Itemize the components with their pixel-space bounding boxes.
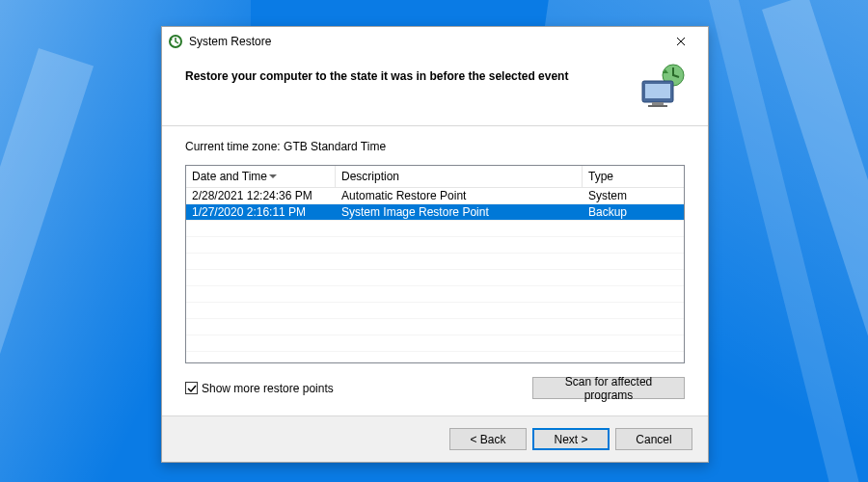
svg-rect-3 <box>645 84 670 98</box>
table-cell-date: 2/28/2021 12:24:36 PM <box>186 188 336 203</box>
wizard-heading: Restore your computer to the state it wa… <box>185 64 568 83</box>
close-button[interactable] <box>662 28 700 55</box>
column-label: Date and Time <box>192 170 267 183</box>
table-row-empty <box>186 221 684 237</box>
table-row-empty <box>186 335 684 352</box>
wizard-footer: < Back Next > Cancel <box>162 415 708 462</box>
next-button[interactable]: Next > <box>532 428 610 450</box>
table-header: Date and Time Description Type <box>186 166 684 188</box>
table-cell-type: Backup <box>583 204 679 220</box>
table-row-empty <box>186 254 684 270</box>
cancel-button[interactable]: Cancel <box>615 428 692 450</box>
table-cell-desc: System Image Restore Point <box>336 204 583 220</box>
table-cell-desc: Automatic Restore Point <box>336 188 583 203</box>
table-row[interactable]: 1/27/2020 2:16:11 PMSystem Image Restore… <box>186 204 684 221</box>
back-button[interactable]: < Back <box>449 428 527 450</box>
column-header-type[interactable]: Type <box>583 166 679 187</box>
table-row-empty <box>186 352 684 363</box>
system-restore-dialog: System Restore Restore your computer to … <box>161 26 709 463</box>
wizard-content: Current time zone: GTB Standard Time Dat… <box>162 126 708 399</box>
table-cell-type: System <box>583 188 679 203</box>
close-icon <box>676 37 686 46</box>
timezone-label: Current time zone: GTB Standard Time <box>185 140 685 153</box>
table-cell-date: 1/27/2020 2:16:11 PM <box>186 204 336 220</box>
scan-affected-button[interactable]: Scan for affected programs <box>532 377 685 399</box>
show-more-checkbox-row[interactable]: Show more restore points <box>185 382 334 395</box>
table-body: 2/28/2021 12:24:36 PMAutomatic Restore P… <box>186 188 684 363</box>
table-row-empty <box>186 319 684 335</box>
window-title: System Restore <box>189 35 662 48</box>
table-row-empty <box>186 237 684 254</box>
show-more-checkbox[interactable] <box>185 382 198 394</box>
wizard-header: Restore your computer to the state it wa… <box>162 56 708 126</box>
system-restore-icon <box>168 34 183 49</box>
show-more-label: Show more restore points <box>202 382 334 395</box>
checkmark-icon <box>187 384 197 393</box>
table-row[interactable]: 2/28/2021 12:24:36 PMAutomatic Restore P… <box>186 188 684 204</box>
column-header-description[interactable]: Description <box>336 166 583 187</box>
restore-points-table[interactable]: Date and Time Description Type 2/28/2021… <box>185 165 685 363</box>
table-row-empty <box>186 270 684 286</box>
column-header-date[interactable]: Date and Time <box>186 166 336 187</box>
svg-rect-5 <box>648 105 667 107</box>
restore-monitor-icon <box>638 64 685 110</box>
svg-rect-4 <box>652 102 664 105</box>
table-row-empty <box>186 303 684 319</box>
table-row-empty <box>186 286 684 303</box>
sort-descending-icon <box>269 174 277 178</box>
titlebar[interactable]: System Restore <box>162 27 708 56</box>
